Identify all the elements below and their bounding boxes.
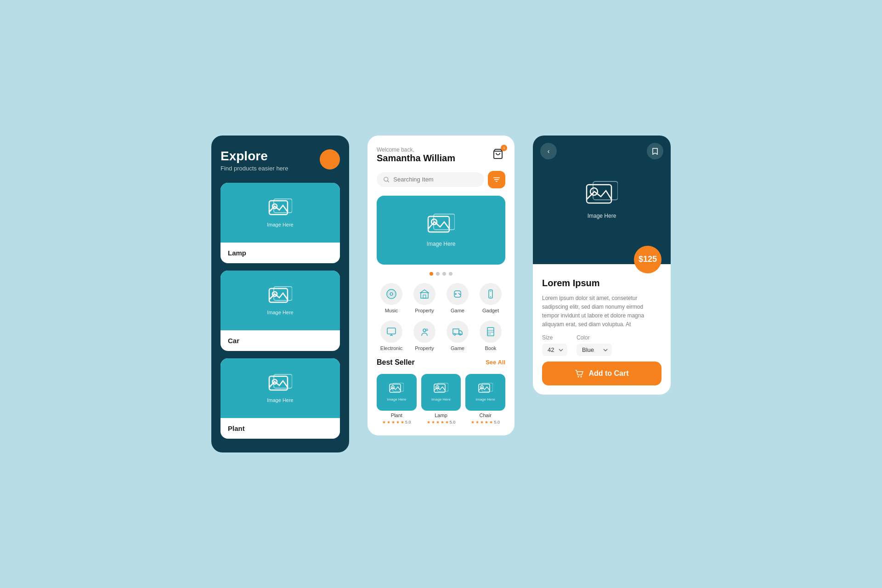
search-input-wrap[interactable] bbox=[377, 172, 484, 187]
product-lamp[interactable]: Image Here Lamp ★ ★ ★ ★ ★ 5.0 bbox=[421, 374, 461, 424]
filter-icon bbox=[492, 175, 501, 184]
chair-product-image-text: Image Here bbox=[476, 397, 495, 401]
color-select[interactable]: Blue Red Green bbox=[577, 344, 612, 356]
user-greeting: Welcome back, Samantha William bbox=[377, 147, 455, 164]
options-row: Size 42 43 44 Color Blue Red Green bbox=[542, 334, 662, 356]
explore-card-car[interactable]: Image Here Car bbox=[220, 271, 340, 351]
music-icon-circle bbox=[380, 283, 402, 305]
user-name: Samantha William bbox=[377, 153, 455, 164]
book-icon bbox=[486, 327, 496, 337]
add-to-cart-button[interactable]: Add to Cart bbox=[542, 362, 662, 385]
category-music[interactable]: Music bbox=[377, 283, 406, 313]
game-icon bbox=[452, 289, 463, 299]
gadget-icon bbox=[486, 289, 496, 299]
color-label: Color bbox=[577, 334, 612, 341]
dot-3[interactable] bbox=[442, 272, 446, 276]
svg-point-34 bbox=[454, 334, 456, 335]
gadget-icon-circle bbox=[480, 283, 502, 305]
explore-subtitle: Find products easier here bbox=[220, 165, 288, 172]
category-book[interactable]: Book bbox=[476, 321, 505, 351]
carousel-dots bbox=[377, 272, 505, 276]
category-electronic[interactable]: Electronic bbox=[377, 321, 406, 351]
category-gadget[interactable]: Gadget bbox=[476, 283, 505, 313]
svg-rect-29 bbox=[387, 328, 396, 334]
svg-point-28 bbox=[490, 296, 491, 297]
product-chair[interactable]: Image Here Chair ★ ★ ★ ★ ★ 5.0 bbox=[465, 374, 505, 424]
building-icon bbox=[419, 289, 430, 299]
lamp-image-text: Image Here bbox=[267, 222, 293, 227]
category-property1[interactable]: Property bbox=[410, 283, 439, 313]
plant-product-image: Image Here bbox=[377, 374, 417, 411]
category-game2[interactable]: Game bbox=[443, 321, 472, 351]
categories-row2: Electronic Property bbox=[377, 321, 505, 351]
svg-point-32 bbox=[423, 329, 426, 332]
categories-row1: Music Property bbox=[377, 283, 505, 313]
gadget-label: Gadget bbox=[482, 308, 499, 313]
electronic-label: Electronic bbox=[380, 345, 402, 351]
chair-product-name: Chair bbox=[465, 413, 505, 418]
electronic-icon-circle bbox=[380, 321, 402, 343]
cart-badge: 1 bbox=[501, 145, 507, 151]
dot-1[interactable] bbox=[430, 272, 433, 276]
car-image: Image Here bbox=[220, 271, 340, 330]
dot-4[interactable] bbox=[449, 272, 452, 276]
plant-label: Plant bbox=[220, 418, 340, 439]
back-button[interactable]: ‹ bbox=[540, 143, 557, 159]
game1-icon-circle bbox=[447, 283, 469, 305]
screen-explore: Explore Find products easier here Image … bbox=[211, 136, 349, 453]
plant-product-name: Plant bbox=[377, 413, 417, 418]
svg-point-33 bbox=[426, 329, 428, 331]
music-label: Music bbox=[385, 308, 398, 313]
explore-card-plant[interactable]: Image Here Plant bbox=[220, 358, 340, 439]
size-select[interactable]: 42 43 44 bbox=[542, 344, 567, 356]
category-game1[interactable]: Game bbox=[443, 283, 472, 313]
best-seller-title: Best Seller bbox=[377, 358, 415, 367]
plant-image-text: Image Here bbox=[267, 397, 293, 403]
price-badge: $125 bbox=[634, 246, 662, 273]
monitor-icon bbox=[386, 327, 396, 337]
size-option-group: Size 42 43 44 bbox=[542, 334, 567, 356]
explore-title-group: Explore Find products easier here bbox=[220, 149, 288, 172]
products-row: Image Here Plant ★ ★ ★ ★ ★ 5.0 bbox=[377, 374, 505, 424]
svg-point-23 bbox=[459, 294, 460, 294]
car-label: Car bbox=[220, 330, 340, 351]
plant-product-image-text: Image Here bbox=[387, 397, 406, 401]
search-input[interactable] bbox=[393, 176, 478, 183]
explore-card-lamp[interactable]: Image Here Lamp bbox=[220, 183, 340, 263]
book-label: Book bbox=[485, 345, 496, 351]
lamp-product-image-text: Image Here bbox=[431, 397, 451, 401]
detail-description: Lorem ipsum dolor sit amet, consetetur s… bbox=[542, 294, 662, 329]
screen-detail: ‹ Image Here $125 Lorem Ipsum Lorem ipsu… bbox=[533, 136, 671, 395]
search-icon bbox=[383, 176, 390, 183]
lamp-label: Lamp bbox=[220, 243, 340, 263]
game2-icon-circle bbox=[447, 321, 469, 343]
svg-point-22 bbox=[458, 293, 459, 294]
lamp-product-name: Lamp bbox=[421, 413, 461, 418]
lamp-product-image: Image Here bbox=[421, 374, 461, 411]
svg-rect-20 bbox=[421, 293, 428, 298]
category-property2[interactable]: Property bbox=[410, 321, 439, 351]
property2-icon bbox=[419, 327, 430, 337]
see-all-link[interactable]: See All bbox=[486, 359, 505, 366]
profile-avatar[interactable] bbox=[320, 149, 340, 170]
plant-image: Image Here bbox=[220, 358, 340, 418]
explore-header: Explore Find products easier here bbox=[220, 149, 340, 172]
svg-rect-21 bbox=[423, 295, 426, 298]
explore-title: Explore bbox=[220, 149, 288, 164]
bookmark-button[interactable] bbox=[647, 143, 663, 159]
detail-image-text: Image Here bbox=[588, 213, 616, 219]
chair-product-icon bbox=[478, 383, 493, 396]
bookmark-icon bbox=[652, 147, 658, 155]
lamp-product-icon bbox=[434, 383, 448, 396]
property1-icon-circle bbox=[413, 283, 435, 305]
color-option-group: Color Blue Red Green bbox=[577, 334, 612, 356]
svg-point-18 bbox=[390, 293, 393, 295]
filter-button[interactable] bbox=[488, 171, 505, 188]
cart-add-icon bbox=[575, 369, 584, 378]
product-plant[interactable]: Image Here Plant ★ ★ ★ ★ ★ 5.0 bbox=[377, 374, 417, 424]
plant-product-icon bbox=[389, 383, 404, 396]
cart-icon-wrap[interactable]: 1 bbox=[491, 147, 505, 161]
dot-2[interactable] bbox=[436, 272, 440, 276]
chair-product-image: Image Here bbox=[465, 374, 505, 411]
chair-rating: 5.0 bbox=[494, 420, 500, 424]
